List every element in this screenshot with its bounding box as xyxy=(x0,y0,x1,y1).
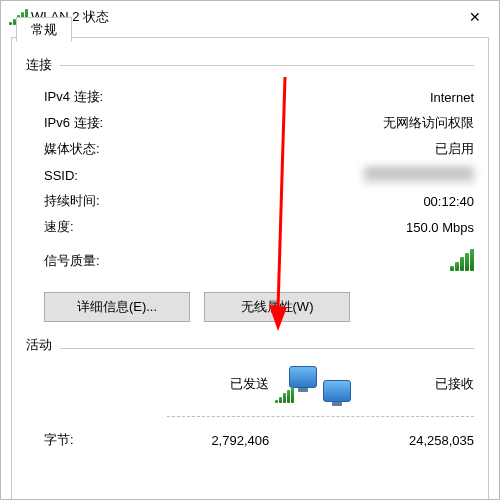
value: 150.0 Mbps xyxy=(406,220,474,235)
value: 已启用 xyxy=(435,140,474,158)
signal-bars-icon xyxy=(275,387,294,406)
divider xyxy=(167,416,474,417)
connection-rows: IPv4 连接: Internet IPv6 连接: 无网络访问权限 媒体状态:… xyxy=(26,84,474,274)
row-ipv6: IPv6 连接: 无网络访问权限 xyxy=(44,110,474,136)
section-rule xyxy=(60,65,474,66)
activity-traffic-icon xyxy=(269,364,371,404)
label: 速度: xyxy=(44,218,74,236)
row-media-state: 媒体状态: 已启用 xyxy=(44,136,474,162)
value: 00:12:40 xyxy=(423,194,474,209)
titlebar: WLAN 2 状态 ✕ xyxy=(1,1,499,33)
section-label: 连接 xyxy=(26,56,52,74)
row-ssid: SSID: xyxy=(44,162,474,188)
monitor-icon xyxy=(289,366,317,388)
label: 媒体状态: xyxy=(44,140,100,158)
content: 连接 IPv4 连接: Internet IPv6 连接: 无网络访问权限 媒体… xyxy=(12,38,488,499)
value: 无网络访问权限 xyxy=(383,114,474,132)
label: SSID: xyxy=(44,168,78,183)
dialog-body: 常规 连接 IPv4 连接: Internet IPv6 连接: 无网络访问权限 xyxy=(11,37,489,499)
section-activity: 活动 xyxy=(26,336,474,354)
section-label: 活动 xyxy=(26,336,52,354)
signal-bars-icon xyxy=(450,249,474,274)
activity-received-label: 已接收 xyxy=(372,375,474,393)
activity-grid: 已发送 已接收 字节: 2,792,406 24,258,035 xyxy=(26,364,474,449)
button-row: 详细信息(E)... 无线属性(W) xyxy=(26,292,474,322)
row-ipv4: IPv4 连接: Internet xyxy=(44,84,474,110)
window-title: WLAN 2 状态 xyxy=(31,8,453,26)
label: IPv6 连接: xyxy=(44,114,103,132)
label: 信号质量: xyxy=(44,252,100,270)
bytes-sent-value: 2,792,406 xyxy=(167,433,269,448)
close-button[interactable]: ✕ xyxy=(453,2,497,32)
ssid-value-redacted xyxy=(364,167,474,183)
value: Internet xyxy=(430,90,474,105)
row-duration: 持续时间: 00:12:40 xyxy=(44,188,474,214)
row-speed: 速度: 150.0 Mbps xyxy=(44,214,474,240)
activity-sent-label: 已发送 xyxy=(167,375,269,393)
bytes-label: 字节: xyxy=(44,431,167,449)
wireless-properties-button[interactable]: 无线属性(W) xyxy=(204,292,350,322)
section-connection: 连接 xyxy=(26,56,474,74)
row-signal-quality: 信号质量: xyxy=(44,248,474,274)
details-button[interactable]: 详细信息(E)... xyxy=(44,292,190,322)
label: IPv4 连接: xyxy=(44,88,103,106)
bytes-received-value: 24,258,035 xyxy=(372,433,474,448)
wlan-status-window: WLAN 2 状态 ✕ 常规 连接 IPv4 连接: Internet xyxy=(0,0,500,500)
section-rule xyxy=(60,348,474,349)
label: 持续时间: xyxy=(44,192,100,210)
monitor-icon xyxy=(323,380,351,402)
